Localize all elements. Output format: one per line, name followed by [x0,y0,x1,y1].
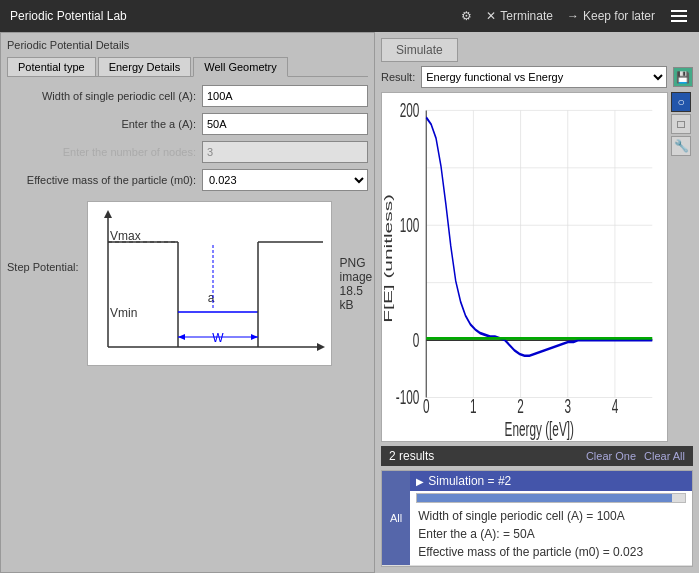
form-row-a: Enter the a (A): [7,113,368,135]
sim-detail-2: Enter the a (A): = 50A [418,525,684,543]
svg-text:Energy ([eV]): Energy ([eV]) [505,417,574,440]
svg-text:0: 0 [423,395,430,418]
arrow-icon: → [567,9,579,23]
svg-marker-2 [104,210,112,218]
svg-text:F[E] (unitless): F[E] (unitless) [382,194,395,323]
zoom-icon: ○ [677,95,684,109]
chart-svg: 200 100 0 -100 0 1 2 3 4 F[E] (unitless)… [382,93,667,441]
result-select[interactable]: Energy functional vs Energy [421,66,667,88]
sim-results: All ▶ Simulation = #2 Width of single pe… [381,470,693,567]
fullscreen-icon: □ [677,117,684,131]
menu-icon[interactable] [669,6,689,26]
svg-text:3: 3 [564,395,571,418]
sim-name: Simulation = #2 [428,474,511,488]
step-potential-label: Step Potential: [7,261,79,273]
tab-energy-details[interactable]: Energy Details [98,57,192,76]
terminate-button[interactable]: ✕ Terminate [486,9,553,23]
cell-width-input[interactable] [202,85,368,107]
svg-rect-18 [382,93,667,441]
chart-wrapper: 200 100 0 -100 0 1 2 3 4 F[E] (unitless)… [381,92,693,442]
sim-row-right: ▶ Simulation = #2 Width of single period… [410,471,692,565]
titlebar-right: ⚙ ✕ Terminate → Keep for later [461,6,689,26]
sim-detail-3: Effective mass of the particle (m0) = 0.… [418,543,684,561]
svg-marker-17 [251,334,258,340]
svg-text:W: W [212,331,224,345]
svg-text:200: 200 [400,99,420,122]
form-row-mass: Effective mass of the particle (m0): 0.0… [7,169,368,191]
chart-fullscreen-icon[interactable]: □ [671,114,691,134]
expand-icon: ▶ [416,476,424,487]
results-footer: 2 results Clear One Clear All [381,446,693,466]
clear-buttons: Clear One Clear All [586,450,685,462]
svg-text:0: 0 [413,329,420,352]
clear-all-button[interactable]: Clear All [644,450,685,462]
sim-header[interactable]: ▶ Simulation = #2 [410,471,692,491]
sim-all-tag[interactable]: All [382,471,410,565]
svg-text:1: 1 [470,395,477,418]
a-label: Enter the a (A): [7,118,202,130]
sim-progress-row [410,491,692,505]
sim-details: Width of single periodic cell (A) = 100A… [410,505,692,565]
chart-sidebar: ○ □ 🔧 [671,92,693,442]
results-count: 2 results [389,449,434,463]
right-panel: Simulate Result: Energy functional vs En… [375,32,699,573]
clear-one-button[interactable]: Clear One [586,450,636,462]
diagram-area: Step Potential: Vmax [7,201,368,366]
sim-row: All ▶ Simulation = #2 Width of single pe… [382,471,692,566]
chart-settings-icon[interactable]: 🔧 [671,136,691,156]
svg-text:2: 2 [517,395,524,418]
sim-detail-1: Width of single periodic cell (A) = 100A [418,507,684,525]
save-result-icon[interactable]: 💾 [673,67,693,87]
nodes-input [202,141,368,163]
tab-well-geometry[interactable]: Well Geometry [193,57,288,77]
simulate-button[interactable]: Simulate [381,38,458,62]
step-potential-diagram: Vmax Vmin a [87,201,332,366]
chart-zoom-icon[interactable]: ○ [671,92,691,112]
cell-width-label: Width of single periodic cell (A): [7,90,202,102]
panel-title: Periodic Potential Details [7,39,368,51]
mass-select[interactable]: 0.023 [202,169,368,191]
result-label: Result: [381,71,415,83]
result-row: Result: Energy functional vs Energy 💾 [381,66,693,88]
keep-later-button[interactable]: → Keep for later [567,9,655,23]
png-label: PNG image 18.5 kB [340,256,373,312]
svg-marker-16 [178,334,185,340]
gear-button[interactable]: ⚙ [461,9,472,23]
titlebar: Periodic Potential Lab ⚙ ✕ Terminate → K… [0,0,699,32]
mass-label: Effective mass of the particle (m0): [7,174,202,186]
main-area: Periodic Potential Details Potential typ… [0,32,699,573]
app-name: Periodic Potential Lab [10,9,127,23]
svg-text:4: 4 [612,395,619,418]
svg-text:-100: -100 [396,386,420,409]
tab-potential-type[interactable]: Potential type [7,57,96,76]
wrench-icon: 🔧 [674,139,689,153]
chart-container: 200 100 0 -100 0 1 2 3 4 F[E] (unitless)… [381,92,668,442]
form-row-cell-width: Width of single periodic cell (A): [7,85,368,107]
sim-progress-bar [416,493,686,503]
tabs: Potential type Energy Details Well Geome… [7,57,368,77]
gear-icon: ⚙ [461,9,472,23]
form-row-nodes: Enter the number of nodes: [7,141,368,163]
svg-marker-3 [317,343,325,351]
floppy-icon: 💾 [676,71,690,84]
left-panel: Periodic Potential Details Potential typ… [0,32,375,573]
diagram-svg: Vmax Vmin a [88,202,333,367]
svg-text:Vmax: Vmax [110,229,141,243]
nodes-label: Enter the number of nodes: [7,146,202,158]
svg-text:100: 100 [400,214,420,237]
titlebar-left: Periodic Potential Lab [10,9,127,23]
a-input[interactable] [202,113,368,135]
svg-text:Vmin: Vmin [110,306,137,320]
svg-text:a: a [207,291,214,305]
x-icon: ✕ [486,9,496,23]
sim-progress-fill [417,494,671,502]
